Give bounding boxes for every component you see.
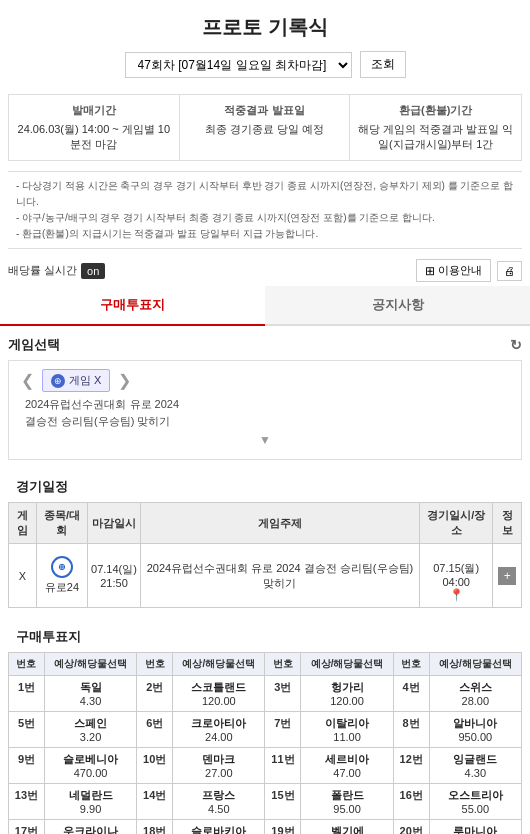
- item-num-8: 8번: [393, 712, 429, 748]
- purchase-table: 번호 예상/해당물선택 번호 예상/해당물선택 번호 예상/해당물선택 번호 예…: [8, 652, 522, 834]
- item-sel-3[interactable]: 헝가리120.00: [301, 676, 393, 712]
- item-num-3: 3번: [265, 676, 301, 712]
- subject-cell: 2024유럽선수권대회 유로 2024 결승전 승리팀(우승팀) 맞히기: [140, 544, 419, 608]
- th-sel3: 예상/해당물선택: [301, 653, 393, 676]
- item-num-11: 11번: [265, 748, 301, 784]
- page-title: 프로토 기록식: [0, 0, 530, 51]
- item-num-12: 12번: [393, 748, 429, 784]
- game-select-box: ❮ ⊕ 게임 X ❯ 2024유럽선수권대회 유로 2024결승전 승리팀(우승…: [8, 360, 522, 460]
- item-sel-13[interactable]: 네덜란드9.90: [44, 784, 136, 820]
- info-grid: 발매기간 24.06.03(월) 14:00 ~ 게임별 10분전 마감 적중결…: [8, 94, 522, 161]
- item-sel-12[interactable]: 잉글랜드4.30: [429, 748, 521, 784]
- realtime-odds-label: 배당률 실시간: [8, 263, 77, 278]
- game-description: 2024유럽선수권대회 유로 2024결승전 승리팀(우승팀) 맞히기: [17, 392, 513, 429]
- item-sel-5[interactable]: 스페인3.20: [44, 712, 136, 748]
- lookup-button[interactable]: 조회: [360, 51, 406, 78]
- item-sel-14[interactable]: 프랑스4.50: [173, 784, 265, 820]
- expand-arrow[interactable]: ▼: [17, 429, 513, 451]
- th-num2: 번호: [137, 653, 173, 676]
- item-num-19: 19번: [265, 820, 301, 835]
- refresh-icon[interactable]: ↻: [510, 337, 522, 353]
- refund-period-cell: 환급(환불)기간 해당 게임의 적중결과 발표일 익일(지급개시일)부터 1간: [350, 95, 521, 160]
- game-badge-icon: ⊕: [51, 374, 65, 388]
- deadline-cell: 07.14(일) 21:50: [88, 544, 141, 608]
- item-num-18: 18번: [137, 820, 173, 835]
- game-cell: X: [9, 544, 37, 608]
- date-cell: 07.15(월)04:00 📍: [419, 544, 493, 608]
- item-sel-17[interactable]: 우크라이나65.00: [44, 820, 136, 835]
- schedule-table: 게임 종목/대회 마감일시 게임주제 경기일시/장소 정보 X ⊕ 유로24 0…: [8, 502, 522, 608]
- th-sel1: 예상/해당물선택: [44, 653, 136, 676]
- prev-game-arrow[interactable]: ❮: [17, 371, 38, 390]
- result-date-cell: 적중결과 발표일 최종 경기종료 당일 예정: [180, 95, 351, 160]
- tab-notice[interactable]: 공지사항: [265, 286, 530, 326]
- col-info: 정보: [493, 503, 522, 544]
- euro-icon: ⊕: [51, 556, 73, 578]
- tabs: 구매투표지 공지사항: [0, 286, 530, 326]
- print-button[interactable]: 🖨: [497, 261, 522, 281]
- item-num-9: 9번: [9, 748, 45, 784]
- sale-period-cell: 발매기간 24.06.03(월) 14:00 ~ 게임별 10분전 마감: [9, 95, 180, 160]
- item-sel-11[interactable]: 세르비아47.00: [301, 748, 393, 784]
- item-sel-10[interactable]: 덴마크27.00: [173, 748, 265, 784]
- sport-cell: ⊕ 유로24: [36, 544, 87, 608]
- item-sel-15[interactable]: 폴란드95.00: [301, 784, 393, 820]
- info-add-button[interactable]: +: [498, 567, 516, 585]
- item-sel-7[interactable]: 이탈리아11.00: [301, 712, 393, 748]
- item-num-2: 2번: [137, 676, 173, 712]
- item-num-14: 14번: [137, 784, 173, 820]
- info-cell[interactable]: +: [493, 544, 522, 608]
- notice-box: - 다상경기 적용 시간은 축구의 경우 경기 시작부터 후반 경기 종료 시까…: [8, 171, 522, 249]
- round-select[interactable]: 47회차 [07월14일 일요일 최차마감]: [125, 52, 352, 78]
- item-num-10: 10번: [137, 748, 173, 784]
- location-icon: 📍: [449, 588, 464, 602]
- item-sel-1[interactable]: 독일4.30: [44, 676, 136, 712]
- game-tag: ⊕ 게임 X: [42, 369, 110, 392]
- tab-purchase[interactable]: 구매투표지: [0, 286, 265, 326]
- th-num3: 번호: [265, 653, 301, 676]
- purchase-title: 구매투표지: [8, 618, 522, 652]
- item-num-1: 1번: [9, 676, 45, 712]
- item-sel-6[interactable]: 크로아티아24.00: [173, 712, 265, 748]
- next-game-arrow[interactable]: ❯: [114, 371, 135, 390]
- item-num-17: 17번: [9, 820, 45, 835]
- schedule-section: 경기일정 게임 종목/대회 마감일시 게임주제 경기일시/장소 정보 X ⊕ 유…: [8, 468, 522, 608]
- on-badge: on: [81, 263, 105, 279]
- col-subject: 게임주제: [140, 503, 419, 544]
- item-sel-2[interactable]: 스코틀랜드120.00: [173, 676, 265, 712]
- item-sel-8[interactable]: 알바니아950.00: [429, 712, 521, 748]
- schedule-row: X ⊕ 유로24 07.14(일) 21:50 2024유럽선수권대회 유로 2…: [9, 544, 522, 608]
- item-num-4: 4번: [393, 676, 429, 712]
- item-num-7: 7번: [265, 712, 301, 748]
- item-num-15: 15번: [265, 784, 301, 820]
- col-date: 경기일시/장소: [419, 503, 493, 544]
- purchase-section: 구매투표지 번호 예상/해당물선택 번호 예상/해당물선택 번호 예상/해당물선…: [8, 618, 522, 834]
- item-sel-19[interactable]: 벨기에14.00: [301, 820, 393, 835]
- th-sel2: 예상/해당물선택: [173, 653, 265, 676]
- th-sel4: 예상/해당물선택: [429, 653, 521, 676]
- item-sel-4[interactable]: 스위스28.00: [429, 676, 521, 712]
- item-sel-18[interactable]: 슬로바키아240.00: [173, 820, 265, 835]
- item-sel-9[interactable]: 슬로베니아470.00: [44, 748, 136, 784]
- item-num-16: 16번: [393, 784, 429, 820]
- item-num-5: 5번: [9, 712, 45, 748]
- item-num-20: 20번: [393, 820, 429, 835]
- grid-icon: ⊞: [425, 264, 435, 278]
- top-bar: 배당률 실시간 on ⊞ 이용안내 🖨: [8, 259, 522, 282]
- item-num-13: 13번: [9, 784, 45, 820]
- th-num1: 번호: [9, 653, 45, 676]
- th-num4: 번호: [393, 653, 429, 676]
- col-deadline: 마감일시: [88, 503, 141, 544]
- col-sport: 종목/대회: [36, 503, 87, 544]
- col-game: 게임: [9, 503, 37, 544]
- schedule-title: 경기일정: [8, 468, 522, 502]
- info-guide-button[interactable]: ⊞ 이용안내: [416, 259, 491, 282]
- game-select-title: 게임선택 ↻: [0, 326, 530, 360]
- item-num-6: 6번: [137, 712, 173, 748]
- item-sel-16[interactable]: 오스트리아55.00: [429, 784, 521, 820]
- item-sel-20[interactable]: 루마니아280.00: [429, 820, 521, 835]
